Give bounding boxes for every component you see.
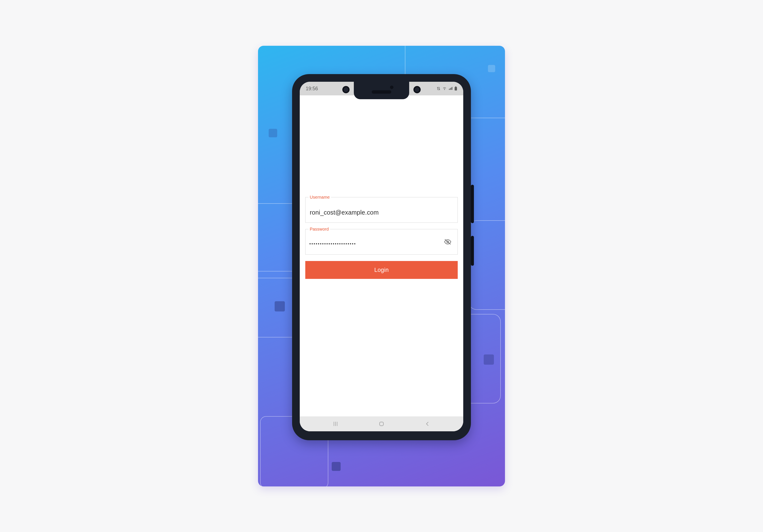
recents-icon [332,421,339,427]
android-nav-bar [300,416,463,431]
svg-rect-14 [380,422,383,426]
cellular-signal-icon [448,87,453,90]
status-icons [436,86,457,91]
hardware-button [471,236,474,266]
username-input[interactable] [309,209,438,216]
recents-button[interactable] [329,417,342,430]
vibrate-muted-icon [436,87,441,90]
camera-icon [413,86,421,93]
phone-notch [354,82,409,99]
svg-rect-7 [455,87,457,90]
wifi-icon [442,87,447,90]
app-content: Username Password •••••••••••••••••••••• [300,95,463,416]
password-input[interactable]: •••••••••••••••••••••• [309,242,356,246]
decorative-square [274,301,285,311]
svg-rect-8 [455,86,456,87]
toggle-password-visibility-icon[interactable] [443,237,452,247]
decorative-rect [469,220,505,310]
username-label: Username [308,195,331,200]
decorative-square [488,65,495,72]
svg-rect-3 [449,89,450,90]
login-form: Username Password •••••••••••••••••••••• [305,197,458,279]
gradient-card: 19:56 Username [258,46,505,486]
svg-rect-4 [450,88,451,90]
password-field-container: Password •••••••••••••••••••••• [305,229,458,255]
svg-rect-5 [451,88,452,90]
svg-rect-6 [452,87,452,90]
hardware-button [471,185,474,223]
login-button[interactable]: Login [305,261,458,279]
decorative-square [332,462,341,471]
password-label: Password [308,227,330,232]
decorative-square [484,355,494,365]
sensor-dot [390,86,393,89]
home-button[interactable] [375,417,388,430]
battery-icon [454,86,457,91]
status-time: 19:56 [306,86,318,91]
outer-frame: 19:56 Username [45,32,718,500]
phone-screen: 19:56 Username [300,82,463,431]
decorative-square [269,129,277,137]
back-icon [424,421,431,427]
camera-icon [342,86,350,93]
home-icon [378,421,385,427]
svg-point-2 [444,89,445,90]
back-button[interactable] [421,417,434,430]
username-field-container: Username [305,197,458,223]
speaker-grill [372,90,391,94]
phone-device: 19:56 Username [292,74,471,440]
